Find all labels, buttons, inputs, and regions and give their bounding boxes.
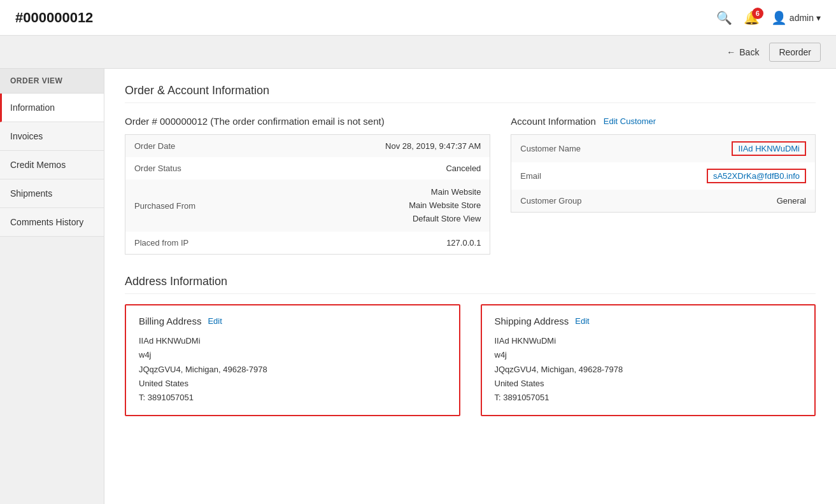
billing-address-edit-link[interactable]: Edit [208,316,222,326]
account-panel: Account Information Edit Customer Custom… [511,116,816,255]
placed-from-ip-value: 127.0.0.1 [271,232,490,255]
sidebar-item-information[interactable]: Information [0,94,104,122]
sidebar-item-comments-history[interactable]: Comments History [0,208,104,237]
customer-name-highlight: IIAd HKNWuDMi [732,141,806,156]
billing-address-card: Billing Address Edit IIAd HKNWuDMi w4j J… [125,304,460,416]
action-bar: ← Back Reorder [0,36,836,69]
customer-group-value: General [633,190,816,213]
sidebar-item-label: Information [10,102,55,113]
shipping-phone: T: 3891057051 [495,393,549,402]
order-account-section-title: Order & Account Information [125,84,816,103]
shipping-name: IIAd HKNWuDMi [495,336,556,346]
placed-from-ip-label: Placed from IP [125,232,271,255]
admin-button[interactable]: 👤 admin ▾ [771,10,821,25]
order-info-table: Order Date Nov 28, 2019, 9:47:37 AM Orde… [125,134,490,255]
sidebar-item-label: Invoices [10,131,43,141]
table-row: Purchased From Main WebsiteMain Website … [125,179,490,232]
chevron-down-icon: ▾ [816,13,821,23]
account-panel-header: Account Information Edit Customer [511,116,816,127]
notification-badge: 6 [752,8,763,19]
email-value: sA52XDrKa@fdfB0.info [633,162,816,190]
shipping-line2: JQqzGVU4, Michigan, 49628-7978 [495,365,623,374]
billing-line3: United States [139,379,188,388]
billing-address-title: Billing Address [139,316,201,326]
billing-line2: JQqzGVU4, Michigan, 49628-7978 [139,365,267,374]
order-date-label: Order Date [125,135,271,158]
customer-name-value: IIAd HKNWuDMi [633,135,816,163]
sidebar-item-shipments[interactable]: Shipments [0,179,104,208]
billing-address-header: Billing Address Edit [139,316,446,326]
admin-label: admin [790,13,814,23]
billing-name: IIAd HKNWuDMi [139,336,201,346]
sidebar: ORDER VIEW Information Invoices Credit M… [0,69,104,504]
email-highlight: sA52XDrKa@fdfB0.info [707,169,806,183]
account-panel-title: Account Information [511,116,595,127]
reorder-button[interactable]: Reorder [769,43,821,62]
billing-address-text: IIAd HKNWuDMi w4j JQqzGVU4, Michigan, 49… [139,334,446,404]
billing-line1: w4j [139,350,152,360]
shipping-address-header: Shipping Address Edit [495,316,802,326]
sidebar-header: ORDER VIEW [0,69,104,94]
search-button[interactable]: 🔍 [716,10,732,25]
search-icon: 🔍 [716,11,732,25]
sidebar-item-label: Credit Memos [10,160,66,170]
billing-phone: T: 3891057051 [139,393,194,402]
content-area: Order & Account Information Order # 0000… [104,69,836,504]
shipping-address-title: Shipping Address [495,316,569,326]
order-details-panel: Order # 000000012 (The order confirmatio… [125,116,490,255]
notification-button[interactable]: 🔔 6 [744,10,760,25]
customer-group-label: Customer Group [511,190,633,213]
edit-customer-link[interactable]: Edit Customer [604,116,656,126]
reorder-label: Reorder [779,47,811,57]
sidebar-item-label: Comments History [10,217,83,227]
back-button[interactable]: ← Back [726,47,759,57]
email-label: Email [511,162,633,190]
order-date-value: Nov 28, 2019, 9:47:37 AM [271,135,490,158]
shipping-address-card: Shipping Address Edit IIAd HKNWuDMi w4j … [481,304,816,416]
shipping-address-edit-link[interactable]: Edit [575,316,589,326]
address-row: Billing Address Edit IIAd HKNWuDMi w4j J… [125,304,816,416]
shipping-address-text: IIAd HKNWuDMi w4j JQqzGVU4, Michigan, 49… [495,334,802,404]
table-row: Customer Group General [511,190,816,213]
sidebar-item-credit-memos[interactable]: Credit Memos [0,151,104,179]
table-row: Customer Name IIAd HKNWuDMi [511,135,816,163]
header-right: 🔍 🔔 6 👤 admin ▾ [716,10,821,25]
sidebar-item-invoices[interactable]: Invoices [0,122,104,151]
table-row: Order Date Nov 28, 2019, 9:47:37 AM [125,135,490,158]
order-status-label: Order Status [125,157,271,179]
back-label: Back [739,47,759,57]
order-status-value: Canceled [271,157,490,179]
table-row: Email sA52XDrKa@fdfB0.info [511,162,816,190]
user-icon: 👤 [771,10,787,25]
order-panel-title: Order # 000000012 (The order confirmatio… [125,116,490,127]
sidebar-title: ORDER VIEW [10,76,62,85]
main-layout: ORDER VIEW Information Invoices Credit M… [0,69,836,504]
account-info-table: Customer Name IIAd HKNWuDMi Email sA52XD… [511,134,816,213]
purchased-from-value: Main WebsiteMain Website StoreDefault St… [271,179,490,232]
table-row: Order Status Canceled [125,157,490,179]
address-section-title: Address Information [125,275,816,294]
sidebar-item-label: Shipments [10,188,52,199]
shipping-line3: United States [495,379,544,388]
top-header: #000000012 🔍 🔔 6 👤 admin ▾ [0,0,836,36]
purchased-from-label: Purchased From [125,179,271,232]
table-row: Placed from IP 127.0.0.1 [125,232,490,255]
customer-name-label: Customer Name [511,135,633,163]
order-info-row: Order # 000000012 (The order confirmatio… [125,116,816,255]
arrow-left-icon: ← [726,47,735,57]
order-id: #000000012 [15,10,93,26]
shipping-line1: w4j [495,350,507,360]
